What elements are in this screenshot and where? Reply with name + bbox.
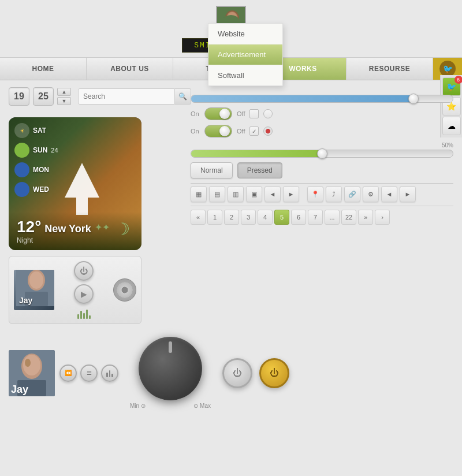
icon-btn-row-1: ▦ ▤ ▥ ▣ ◄ ► 📍 ⤴ 🔗 ⚙ ◄ ► — [191, 186, 453, 202]
weather-arrow — [65, 163, 99, 215]
sun-icon — [14, 143, 29, 158]
toggle1-off-label: Off — [237, 110, 245, 117]
knob-min-label: Min ⊙ — [130, 403, 146, 409]
toggle-row-2: On Off ✓ — [191, 125, 453, 137]
works-dropdown: Website Advertisement Softwall — [208, 23, 283, 86]
page-1[interactable]: 1 — [207, 210, 222, 225]
page-7[interactable]: 7 — [308, 210, 323, 225]
side-bird-btn[interactable]: 🐦 6 — [442, 77, 461, 96]
notification-badge: 6 — [454, 76, 463, 84]
page-3[interactable]: 3 — [241, 210, 256, 225]
music-player-small: Jay ⏻ ▶ — [9, 256, 141, 324]
slider-300-thumb[interactable] — [408, 94, 419, 104]
sun-temp: 24 — [51, 147, 58, 154]
toggle2-off-label: Off — [237, 128, 245, 135]
normal-pressed-row: Normal Pressed — [191, 162, 453, 178]
cd-disc — [113, 278, 136, 302]
power-buttons-group: ⏻ ⏻ — [222, 358, 289, 388]
svg-point-17 — [25, 359, 31, 367]
svg-point-4 — [228, 12, 237, 23]
music-play-btn[interactable]: ▶ — [74, 284, 94, 304]
toggle1-on-label: On — [191, 110, 200, 117]
icon-btn-next2[interactable]: ► — [400, 186, 416, 202]
page-first[interactable]: « — [191, 210, 206, 225]
pressed-button[interactable]: Pressed — [237, 162, 282, 178]
icon-btn-settings[interactable]: ⚙ — [363, 186, 379, 202]
weather-day-sun: SUN 24 — [14, 143, 58, 158]
power-button-off[interactable]: ⏻ — [222, 358, 252, 388]
music-power-btn[interactable]: ⏻ — [74, 261, 94, 281]
icon-btn-table[interactable]: ▣ — [246, 186, 262, 202]
search-button[interactable]: 🔍 — [175, 88, 191, 105]
dropdown-website[interactable]: Website — [208, 24, 282, 44]
radio-1[interactable] — [263, 109, 273, 118]
page-ellipsis: ... — [325, 210, 340, 225]
weather-days-list: ☀ SAT SUN 24 MON — [9, 117, 64, 207]
left-panel: 19 25 ▲ ▼ 🔍 ☀ SAT — [9, 87, 182, 324]
music-controls-small: ⏻ ▶ — [59, 261, 109, 319]
playlist-button[interactable]: ☰ — [80, 365, 98, 382]
toggle2-on-label: On — [191, 128, 200, 135]
icon-btn-link[interactable]: 🔗 — [344, 186, 360, 202]
nav-home[interactable]: HOME — [0, 58, 87, 80]
icon-btn-columns[interactable]: ▥ — [228, 186, 244, 202]
slider-50-section: 50% — [191, 142, 453, 158]
slider-50-thumb[interactable] — [317, 148, 327, 159]
icon-btn-prev[interactable]: ◄ — [264, 186, 281, 202]
volume-knob-container: Min ⊙ ⊙ Max — [130, 337, 211, 409]
normal-button[interactable]: Normal — [191, 162, 233, 178]
page-2[interactable]: 2 — [224, 210, 239, 225]
slider-50-track[interactable] — [191, 150, 453, 158]
dropdown-softwall[interactable]: Softwall — [208, 65, 282, 85]
checkbox-1[interactable] — [249, 109, 259, 118]
slider-50-fill — [191, 150, 322, 157]
icon-btn-pin[interactable]: 📍 — [307, 186, 323, 202]
page-4[interactable]: 4 — [258, 210, 273, 225]
side-icon-strip: 🐦 6 ⭐ ☁ — [440, 75, 462, 137]
number-display: 19 25 ▲ ▼ — [9, 87, 71, 106]
power-button-on[interactable]: ⏻ — [259, 358, 289, 388]
nav-about[interactable]: ABOUT US — [87, 58, 173, 80]
svg-text:Jay: Jay — [19, 296, 33, 305]
side-cloud-btn[interactable]: ☁ — [442, 117, 461, 135]
wed-icon — [14, 182, 29, 197]
page-6[interactable]: 6 — [291, 210, 306, 225]
icon-btn-list[interactable]: ▤ — [209, 186, 225, 202]
knob-max-label: ⊙ Max — [193, 403, 211, 409]
page-next-double[interactable]: » — [358, 210, 373, 225]
right-panel: 300 On Off On Off ✓ — [191, 87, 453, 324]
nav-resource[interactable]: RESOURSE — [346, 58, 433, 80]
equalizer-button[interactable] — [101, 365, 118, 382]
rewind-button[interactable]: ⏪ — [59, 365, 77, 382]
weather-widget: ☀ SAT SUN 24 MON — [9, 117, 141, 250]
moon-icon: ☽ — [116, 220, 130, 239]
volume-knob[interactable] — [139, 337, 202, 400]
icon-btn-share[interactable]: ⤴ — [326, 186, 342, 202]
page-next[interactable]: › — [375, 210, 390, 225]
step-up-btn[interactable]: ▲ — [57, 88, 71, 96]
search-input[interactable] — [78, 88, 175, 105]
dropdown-advertisement[interactable]: Advertisement — [208, 44, 282, 65]
slider-300-track[interactable] — [191, 95, 453, 103]
radio-2[interactable] — [263, 127, 273, 136]
knob-indicator — [169, 341, 172, 353]
svg-point-5 — [19, 147, 25, 153]
toggle-switch-1[interactable] — [204, 107, 232, 120]
page-5[interactable]: 5 — [274, 210, 289, 225]
icon-btn-prev2[interactable]: ◄ — [381, 186, 397, 202]
icon-btn-grid[interactable]: ▦ — [191, 186, 207, 202]
svg-point-7 — [19, 187, 25, 192]
toggle-switch-2[interactable] — [204, 125, 232, 137]
album-title-small: Jay — [16, 270, 54, 308]
page-22[interactable]: 22 — [341, 210, 356, 225]
toggle-knob-1 — [219, 109, 230, 119]
mon-icon — [14, 162, 29, 177]
slider-50-label: 50% — [442, 142, 453, 148]
icon-btn-next[interactable]: ► — [283, 186, 299, 202]
checkbox-2[interactable]: ✓ — [249, 127, 259, 136]
pagination: « 1 2 3 4 5 6 7 ... 22 » › — [191, 210, 453, 225]
music-player-main: Jay ⏪ ☰ — [9, 350, 118, 396]
stars-icon: ✦✦ — [95, 222, 110, 233]
sat-label: SAT — [33, 127, 46, 135]
step-down-btn[interactable]: ▼ — [57, 97, 71, 105]
